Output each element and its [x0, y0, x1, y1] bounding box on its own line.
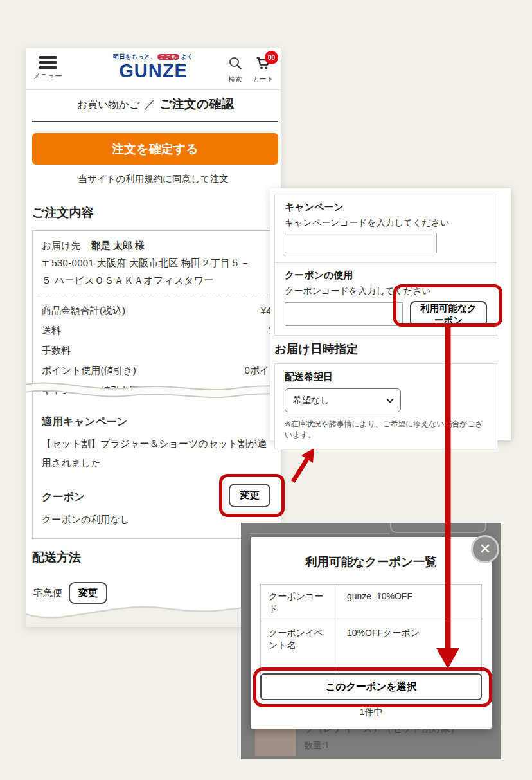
delivery-section-title: 配送方法: [32, 549, 81, 566]
breadcrumb: お買い物かご／ご注文の確認: [32, 96, 278, 122]
campaign-code-input[interactable]: [285, 233, 437, 253]
recipient-name: 郡是 太郎 様: [91, 240, 145, 251]
arrow-to-panel-head: [301, 448, 314, 463]
coupon-title: クーポン: [42, 490, 85, 504]
applied-campaign-text: 【セット割】ブラジャー＆ショーツのセット割が適用されました: [42, 434, 270, 473]
coupon-count: 1件中: [251, 707, 492, 718]
coupon-hint: クーポンコードを入力してください: [285, 286, 487, 297]
shipping-address-line1: 〒530-0001 大阪府 大阪市北区 梅田２丁目５－: [42, 257, 279, 269]
consent-text: 当サイトの利用規約に同意して注文: [26, 173, 281, 185]
select-coupon-button[interactable]: このクーポンを選択: [260, 673, 482, 700]
order-section-title: ご注文内容: [32, 204, 93, 221]
code-entry-box: キャンペーン キャンペーンコードを入力してください クーポンの使用 クーポンコー…: [274, 195, 497, 336]
search-icon: [227, 55, 243, 71]
cart-button[interactable]: 00 カート: [249, 55, 277, 84]
arrow-to-panel: [293, 459, 307, 482]
dimmed-divider: [250, 533, 390, 534]
campaign-hint: キャンペーンコードを入力してください: [285, 217, 487, 229]
coupon-modal: ✕ 利用可能なクーポン一覧 クーポンコードgunze_10%OFF クーポンイベ…: [251, 537, 492, 729]
price-row-fee: 手数料: [42, 340, 279, 360]
search-button[interactable]: 検索: [223, 55, 247, 84]
price-row-shipping: 送料¥4: [42, 320, 279, 340]
checkout-options-screenshot: キャンペーン キャンペーンコードを入力してください クーポンの使用 クーポンコー…: [270, 188, 511, 440]
site-header: メニュー 明日をもっと、ここちよく GUNZE 検索 00 カート: [26, 48, 281, 90]
torn-edge-ribbon: [26, 375, 281, 406]
available-coupons-button[interactable]: 利用可能なクーポン: [410, 301, 487, 327]
annotated-guide-canvas: メニュー 明日をもっと、ここちよく GUNZE 検索 00 カート お買い物かご…: [0, 0, 532, 780]
select-value: 希望なし: [293, 395, 387, 406]
divider: [38, 295, 281, 295]
coupon-status: クーポンの利用なし: [42, 514, 130, 526]
shipping-address-line2: ５ ハービスＯＳＡＫＡオフィスタワー: [42, 275, 279, 287]
confirm-order-button[interactable]: 注文を確定する: [32, 133, 278, 165]
terms-link[interactable]: 利用規約: [125, 174, 163, 184]
table-row-event: クーポンイベント名10%OFFクーポン: [260, 621, 482, 669]
applied-campaign-title: 適用キャンペーン: [42, 415, 128, 429]
chevron-down-icon: [386, 395, 393, 403]
delivery-datetime-title: お届け日時指定: [274, 341, 358, 357]
dimmed-button-outline: [390, 519, 486, 533]
modal-title: 利用可能なクーポン一覧: [251, 537, 492, 570]
delivery-date-label: 配送希望日: [285, 371, 487, 383]
breadcrumb-current: ご注文の確認: [159, 97, 233, 111]
breadcrumb-separator: ／: [144, 98, 155, 111]
breadcrumb-cart[interactable]: お買い物かご: [77, 99, 140, 110]
divider: [275, 262, 497, 263]
delivery-date-box: 配送希望日 希望なし ※在庫状況や諸事情により、ご希望に添えない場合がございます…: [274, 363, 497, 449]
price-row-subtotal: 商品金額合計(税込)¥4,4: [42, 300, 279, 320]
cart-label: カート: [249, 75, 277, 84]
delivery-date-select[interactable]: 希望なし: [285, 388, 401, 412]
tagline-cloud: ここち: [157, 54, 179, 60]
coupon-use-title: クーポンの使用: [285, 269, 487, 282]
shipping-recipient: お届け先郡是 太郎 様: [42, 240, 145, 252]
stock-note: ※在庫状況や諸事情により、ご希望に添えない場合がございます。: [285, 419, 487, 440]
search-label: 検索: [223, 75, 247, 84]
close-icon[interactable]: ✕: [471, 535, 499, 563]
coupon-code-input[interactable]: [285, 302, 403, 326]
cart-count-badge: 00: [265, 51, 278, 64]
campaign-title: キャンペーン: [285, 201, 487, 213]
modal-overlay: ラ（レディース）（セット割対象） 数量:1 ✕ 利用可能なクーポン一覧 クーポン…: [241, 523, 501, 759]
coupon-change-button[interactable]: 変更: [229, 484, 270, 507]
product-quantity: 数量:1: [304, 740, 460, 752]
table-row-code: クーポンコードgunze_10%OFF: [260, 585, 482, 621]
